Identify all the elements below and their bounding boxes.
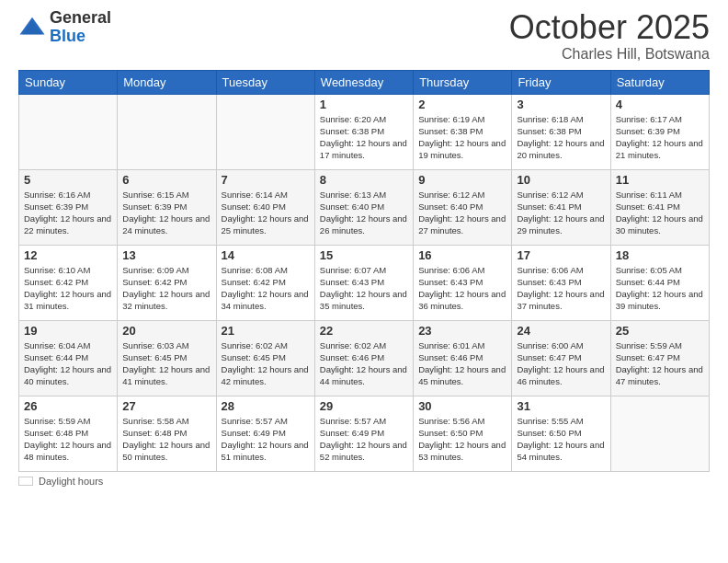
day-number: 6 (122, 173, 210, 187)
day-info: Sunrise: 6:08 AM Sunset: 6:42 PM Dayligh… (222, 264, 310, 313)
logo-icon (18, 14, 46, 41)
day-info: Sunrise: 5:57 AM Sunset: 6:49 PM Dayligh… (320, 415, 408, 464)
day-info: Sunrise: 5:59 AM Sunset: 6:48 PM Dayligh… (24, 415, 112, 464)
calendar-week-row: 5Sunrise: 6:16 AM Sunset: 6:39 PM Daylig… (19, 169, 710, 245)
day-number: 16 (418, 248, 506, 262)
weekday-header-sunday: Sunday (19, 70, 118, 94)
day-number: 26 (24, 399, 112, 413)
calendar-day-11: 11Sunrise: 6:11 AM Sunset: 6:41 PM Dayli… (610, 169, 709, 245)
day-number: 29 (320, 399, 408, 413)
calendar-day-4: 4Sunrise: 6:17 AM Sunset: 6:39 PM Daylig… (610, 94, 709, 169)
day-info: Sunrise: 6:11 AM Sunset: 6:41 PM Dayligh… (616, 189, 704, 237)
calendar-day-7: 7Sunrise: 6:14 AM Sunset: 6:40 PM Daylig… (216, 169, 314, 245)
calendar-day-30: 30Sunrise: 5:56 AM Sunset: 6:50 PM Dayli… (414, 396, 512, 471)
header: General Blue October 2025 Charles Hill, … (18, 9, 710, 63)
empty-cell (610, 396, 709, 471)
logo: General Blue (18, 9, 111, 46)
day-info: Sunrise: 6:04 AM Sunset: 6:44 PM Dayligh… (24, 339, 112, 388)
weekday-header-monday: Monday (118, 70, 216, 94)
calendar-day-22: 22Sunrise: 6:02 AM Sunset: 6:46 PM Dayli… (314, 320, 413, 396)
day-number: 5 (24, 173, 112, 187)
day-number: 11 (616, 173, 704, 187)
page: General Blue October 2025 Charles Hill, … (0, 0, 728, 563)
day-number: 18 (616, 248, 704, 262)
empty-cell (216, 94, 314, 169)
calendar-week-row: 1Sunrise: 6:20 AM Sunset: 6:38 PM Daylig… (19, 94, 710, 169)
logo-blue: Blue (50, 28, 111, 46)
day-number: 22 (320, 324, 408, 338)
day-number: 19 (24, 324, 112, 338)
calendar-day-19: 19Sunrise: 6:04 AM Sunset: 6:44 PM Dayli… (19, 320, 118, 396)
weekday-header-saturday: Saturday (610, 70, 709, 94)
calendar-day-15: 15Sunrise: 6:07 AM Sunset: 6:43 PM Dayli… (314, 245, 413, 320)
day-info: Sunrise: 6:12 AM Sunset: 6:40 PM Dayligh… (418, 189, 506, 237)
day-info: Sunrise: 6:06 AM Sunset: 6:43 PM Dayligh… (418, 264, 506, 313)
calendar-day-12: 12Sunrise: 6:10 AM Sunset: 6:42 PM Dayli… (19, 245, 118, 320)
day-info: Sunrise: 5:59 AM Sunset: 6:47 PM Dayligh… (616, 339, 704, 388)
logo-general: General (50, 9, 111, 28)
calendar-day-24: 24Sunrise: 6:00 AM Sunset: 6:47 PM Dayli… (512, 320, 610, 396)
legend-box (18, 477, 33, 486)
day-number: 28 (222, 399, 310, 413)
day-number: 1 (320, 98, 408, 111)
calendar-day-6: 6Sunrise: 6:15 AM Sunset: 6:39 PM Daylig… (118, 169, 216, 245)
calendar-day-16: 16Sunrise: 6:06 AM Sunset: 6:43 PM Dayli… (414, 245, 512, 320)
day-number: 15 (320, 248, 408, 262)
day-info: Sunrise: 6:03 AM Sunset: 6:45 PM Dayligh… (122, 339, 210, 388)
legend-label: Daylight hours (39, 476, 103, 487)
calendar-week-row: 26Sunrise: 5:59 AM Sunset: 6:48 PM Dayli… (19, 396, 710, 471)
day-info: Sunrise: 6:00 AM Sunset: 6:47 PM Dayligh… (517, 339, 605, 388)
day-number: 14 (222, 248, 310, 262)
day-info: Sunrise: 5:57 AM Sunset: 6:49 PM Dayligh… (222, 415, 310, 464)
calendar-day-14: 14Sunrise: 6:08 AM Sunset: 6:42 PM Dayli… (216, 245, 314, 320)
calendar-table: SundayMondayTuesdayWednesdayThursdayFrid… (18, 70, 710, 472)
day-number: 10 (517, 173, 605, 187)
calendar-week-row: 19Sunrise: 6:04 AM Sunset: 6:44 PM Dayli… (19, 320, 710, 396)
weekday-header-thursday: Thursday (414, 70, 512, 94)
day-number: 8 (320, 173, 408, 187)
day-number: 31 (517, 399, 605, 413)
day-number: 27 (122, 399, 210, 413)
day-number: 9 (418, 173, 506, 187)
calendar-day-25: 25Sunrise: 5:59 AM Sunset: 6:47 PM Dayli… (610, 320, 709, 396)
day-info: Sunrise: 6:15 AM Sunset: 6:39 PM Dayligh… (122, 189, 210, 237)
day-info: Sunrise: 6:14 AM Sunset: 6:40 PM Dayligh… (222, 189, 310, 237)
calendar-day-9: 9Sunrise: 6:12 AM Sunset: 6:40 PM Daylig… (414, 169, 512, 245)
day-number: 25 (616, 324, 704, 338)
month-title: October 2025 (509, 9, 710, 46)
day-info: Sunrise: 6:07 AM Sunset: 6:43 PM Dayligh… (320, 264, 408, 313)
calendar-day-20: 20Sunrise: 6:03 AM Sunset: 6:45 PM Dayli… (118, 320, 216, 396)
day-info: Sunrise: 6:17 AM Sunset: 6:39 PM Dayligh… (616, 113, 704, 162)
calendar-day-18: 18Sunrise: 6:05 AM Sunset: 6:44 PM Dayli… (610, 245, 709, 320)
day-info: Sunrise: 6:19 AM Sunset: 6:38 PM Dayligh… (418, 113, 506, 162)
day-info: Sunrise: 6:10 AM Sunset: 6:42 PM Dayligh… (24, 264, 112, 313)
calendar-week-row: 12Sunrise: 6:10 AM Sunset: 6:42 PM Dayli… (19, 245, 710, 320)
calendar-day-3: 3Sunrise: 6:18 AM Sunset: 6:38 PM Daylig… (512, 94, 610, 169)
day-info: Sunrise: 6:09 AM Sunset: 6:42 PM Dayligh… (122, 264, 210, 313)
empty-cell (118, 94, 216, 169)
calendar-day-27: 27Sunrise: 5:58 AM Sunset: 6:48 PM Dayli… (118, 396, 216, 471)
day-number: 12 (24, 248, 112, 262)
day-number: 2 (418, 98, 506, 111)
day-info: Sunrise: 6:20 AM Sunset: 6:38 PM Dayligh… (320, 113, 408, 162)
day-info: Sunrise: 6:18 AM Sunset: 6:38 PM Dayligh… (517, 113, 605, 162)
day-info: Sunrise: 6:13 AM Sunset: 6:40 PM Dayligh… (320, 189, 408, 237)
calendar-day-29: 29Sunrise: 5:57 AM Sunset: 6:49 PM Dayli… (314, 396, 413, 471)
location-subtitle: Charles Hill, Botswana (509, 46, 710, 63)
weekday-header-friday: Friday (512, 70, 610, 94)
calendar-day-2: 2Sunrise: 6:19 AM Sunset: 6:38 PM Daylig… (414, 94, 512, 169)
day-number: 23 (418, 324, 506, 338)
calendar-day-26: 26Sunrise: 5:59 AM Sunset: 6:48 PM Dayli… (19, 396, 118, 471)
weekday-header-tuesday: Tuesday (216, 70, 314, 94)
day-info: Sunrise: 6:06 AM Sunset: 6:43 PM Dayligh… (517, 264, 605, 313)
day-info: Sunrise: 5:55 AM Sunset: 6:50 PM Dayligh… (517, 415, 605, 464)
calendar-day-31: 31Sunrise: 5:55 AM Sunset: 6:50 PM Dayli… (512, 396, 610, 471)
day-number: 24 (517, 324, 605, 338)
day-info: Sunrise: 6:02 AM Sunset: 6:45 PM Dayligh… (222, 339, 310, 388)
day-info: Sunrise: 6:16 AM Sunset: 6:39 PM Dayligh… (24, 189, 112, 237)
day-info: Sunrise: 6:02 AM Sunset: 6:46 PM Dayligh… (320, 339, 408, 388)
day-info: Sunrise: 5:56 AM Sunset: 6:50 PM Dayligh… (418, 415, 506, 464)
weekday-header-row: SundayMondayTuesdayWednesdayThursdayFrid… (19, 70, 710, 94)
day-number: 3 (517, 98, 605, 111)
calendar-day-1: 1Sunrise: 6:20 AM Sunset: 6:38 PM Daylig… (314, 94, 413, 169)
